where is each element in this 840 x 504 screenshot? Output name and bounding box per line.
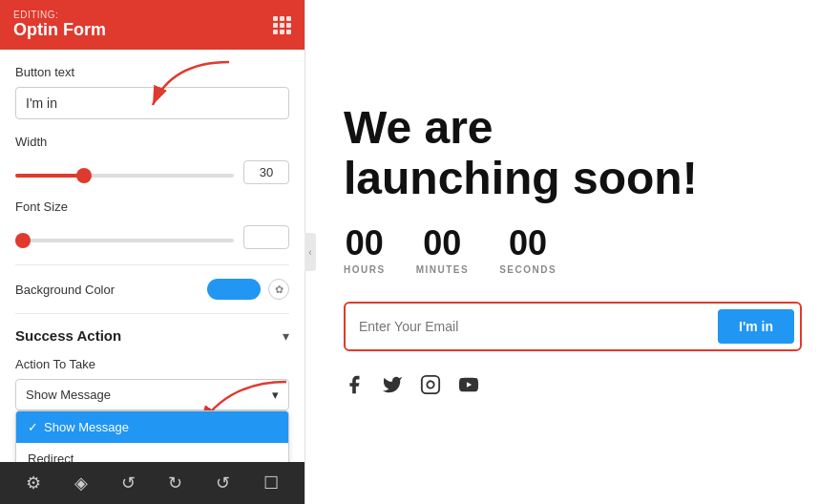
grid-icon[interactable] <box>273 16 291 34</box>
device-icon[interactable]: ☐ <box>258 467 284 499</box>
social-row <box>344 374 479 401</box>
width-value-input[interactable] <box>243 160 289 184</box>
dropdown-item-redirect[interactable]: Redirect <box>16 443 288 462</box>
hours-item: 00 HOURS <box>344 226 386 275</box>
launch-title-line2: launching soon! <box>344 153 698 203</box>
panel-header: EDITING: Optin Form <box>0 0 304 50</box>
color-picker-icon[interactable]: ✿ <box>268 279 289 300</box>
font-size-label: Font Size <box>15 200 68 214</box>
editing-label: EDITING: <box>13 10 106 20</box>
launch-title: We are launching soon! <box>344 103 698 204</box>
dropdown-item-label: Redirect <box>28 452 74 462</box>
email-form-box: I'm in <box>344 302 802 351</box>
refresh-icon[interactable]: ↺ <box>210 467 236 499</box>
countdown-row: 00 HOURS 00 MINUTES 00 SECONDS <box>344 226 556 275</box>
svg-rect-2 <box>422 376 439 393</box>
divider-2 <box>15 313 289 314</box>
checkmark-icon: ✓ <box>28 420 38 434</box>
twitter-icon[interactable] <box>382 374 403 401</box>
action-to-take-label: Action To Take <box>15 357 289 371</box>
font-size-slider[interactable] <box>15 239 234 242</box>
hours-label: HOURS <box>344 264 386 275</box>
facebook-icon[interactable] <box>344 374 365 401</box>
history-icon[interactable]: ↺ <box>116 467 141 499</box>
bg-color-label: Background Color <box>15 283 115 297</box>
color-pill[interactable] <box>207 279 261 300</box>
hours-value: 00 <box>346 226 384 261</box>
redo-icon[interactable]: ↻ <box>162 467 188 499</box>
bg-color-row: Background Color ✿ <box>15 279 289 300</box>
success-action-title: Success Action <box>15 327 121 344</box>
width-label: Width <box>15 135 47 149</box>
launch-title-line1: We are <box>344 102 494 153</box>
seconds-label: SECONDS <box>499 264 556 275</box>
dropdown-menu: ✓ Show Message Redirect <box>15 410 289 462</box>
width-slider-row <box>15 160 289 184</box>
button-text-label: Button text <box>15 65 289 79</box>
seconds-value: 00 <box>509 226 547 261</box>
settings-icon[interactable]: ⚙ <box>20 467 47 499</box>
font-size-slider-row <box>15 225 289 249</box>
instagram-icon[interactable] <box>420 374 441 401</box>
width-slider[interactable] <box>15 174 234 178</box>
dropdown-item-label: Show Message <box>44 420 129 434</box>
submit-button[interactable]: I'm in <box>718 309 794 344</box>
left-panel: EDITING: Optin Form Button text Width Fo… <box>0 0 305 504</box>
dropdown-item-show-message[interactable]: ✓ Show Message <box>16 411 288 443</box>
divider-1 <box>15 264 289 265</box>
success-action-header: Success Action ▾ <box>15 327 289 344</box>
dropdown-chevron-icon: ▾ <box>272 388 279 402</box>
button-text-input[interactable] <box>15 87 289 119</box>
dropdown-current-value: Show Message <box>26 388 111 402</box>
chevron-down-icon[interactable]: ▾ <box>283 328 289 344</box>
layers-icon[interactable]: ◈ <box>69 467 94 499</box>
minutes-item: 00 MINUTES <box>416 226 470 275</box>
minutes-label: MINUTES <box>416 264 470 275</box>
panel-body: Button text Width Font Size Background C… <box>0 50 304 462</box>
youtube-icon[interactable] <box>458 374 479 401</box>
bottom-toolbar: ⚙ ◈ ↺ ↻ ↺ ☐ <box>0 462 304 504</box>
minutes-value: 00 <box>423 226 461 261</box>
right-panel: We are launching soon! 00 HOURS 00 MINUT… <box>305 0 840 504</box>
panel-title: Optin Form <box>13 20 106 40</box>
action-dropdown[interactable]: Show Message ▾ ✓ Show Message Redirect <box>15 379 289 410</box>
collapse-handle[interactable]: ‹ <box>304 233 316 271</box>
seconds-item: 00 SECONDS <box>499 226 556 275</box>
dropdown-trigger[interactable]: Show Message ▾ <box>15 379 289 410</box>
font-size-value-input[interactable] <box>243 225 289 249</box>
email-input[interactable] <box>359 319 718 334</box>
